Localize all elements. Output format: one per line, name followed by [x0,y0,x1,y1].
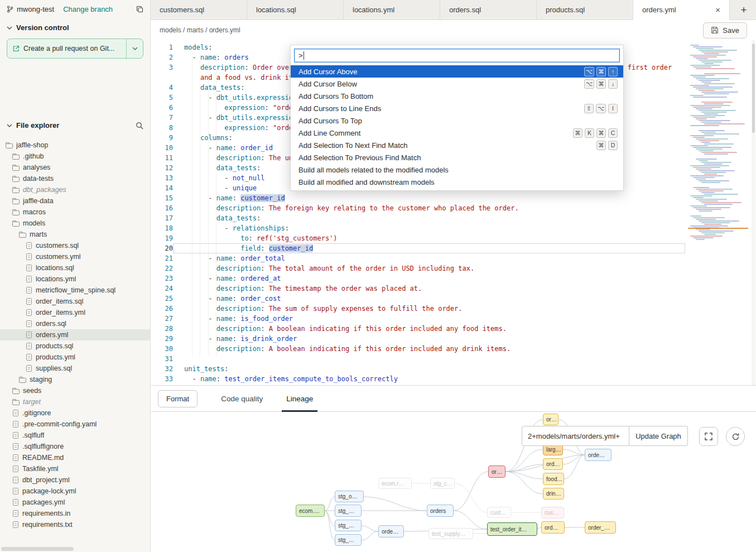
lineage-node[interactable]: test_order_it… [487,522,537,536]
lineage-node[interactable]: order_… [585,521,616,534]
file-tree-item[interactable]: marts [0,229,150,240]
lineage-canvas[interactable]: or…orde…larg…ord…food…drin…or…ecom.r…stg… [151,412,756,552]
command-item[interactable]: Add Line Comment⌘K⌘C [291,127,623,139]
format-button[interactable]: Format [158,390,198,407]
lineage-node[interactable]: or… [488,465,505,478]
file-tree-item[interactable]: products.sql [0,340,150,352]
command-item[interactable]: Add Cursor Above⌥⌘↑ [291,65,623,78]
code-line[interactable]: 19 to: ref('stg_customers') [151,233,685,243]
fullscreen-button[interactable] [699,427,718,446]
file-tree-item[interactable]: package-lock.yml [0,486,150,497]
file-tree-item[interactable]: locations.sql [0,262,150,273]
save-button[interactable]: Save [703,22,747,39]
code-line[interactable]: 29 - name: is_drink_order [151,334,685,344]
code-line[interactable]: 16 description: The foreign key relating… [151,203,685,213]
file-tree-item[interactable]: seeds [0,385,150,396]
lineage-node[interactable]: orde… [585,449,611,461]
minimap[interactable] [688,45,748,357]
file-tree-item[interactable]: data-tests [0,173,150,184]
file-tree-item[interactable]: order_items.yml [0,307,150,318]
section-header-file-explorer[interactable]: File explorer [0,114,150,133]
lineage-node[interactable]: cus… [541,507,564,519]
code-line[interactable]: 17 data_tests: [151,213,685,223]
file-tree-item[interactable]: README.md [0,452,150,463]
command-item[interactable]: Add Cursors To Top [291,114,623,127]
code-line[interactable]: 28 description: A boolean indicating if … [151,324,685,334]
file-tree-item[interactable]: requirements.in [0,508,150,519]
lineage-node[interactable]: stg_… [335,520,362,531]
lineage-node[interactable]: stg_o… [335,491,364,502]
file-tree-item[interactable]: models [0,218,150,229]
code-line[interactable]: 32unit_tests: [151,364,685,374]
code-line[interactable]: 25 - name: order_cost [151,294,685,304]
code-line[interactable]: 20 field: customer_id [151,243,685,253]
new-tab-button[interactable]: + [731,0,756,20]
editor-tab[interactable]: locations.yml [344,0,440,20]
editor-tab[interactable]: customers.sql [151,0,247,20]
code-line[interactable]: 30 description: A boolean indicating if … [151,344,685,354]
command-item[interactable]: Build all modified and downstream models [291,176,623,188]
file-tree-item[interactable]: .sqlfluffignore [0,441,150,452]
file-tree-item[interactable]: customers.yml [0,251,150,262]
file-tree-item[interactable]: order_items.sql [0,296,150,307]
change-branch-link[interactable]: Change branch [63,5,113,13]
tab-code-quality[interactable]: Code quality [221,386,263,412]
file-tree-item[interactable]: Taskfile.yml [0,463,150,474]
lineage-node[interactable]: ord… [543,458,563,470]
file-tree-item[interactable]: supplies.sql [0,363,150,374]
file-tree-item[interactable]: jaffle-shop [0,140,150,151]
command-item[interactable]: Build all models related to the modified… [291,164,623,176]
command-input[interactable]: > [294,49,620,63]
lineage-node[interactable]: orde… [378,525,404,537]
file-tree-item[interactable]: target [0,396,150,407]
code-line[interactable]: 24 description: The timestamp the order … [151,284,685,294]
lineage-node[interactable]: food… [543,473,564,485]
create-pr-button[interactable]: Create a pull request on Git... [7,39,126,58]
editor-vscrollbar[interactable] [752,40,755,385]
editor-tab[interactable]: products.sql [537,0,633,20]
code-line[interactable]: 18 - relationships: [151,223,685,233]
code-line[interactable]: 22 description: The total amount of the … [151,263,685,273]
lineage-node[interactable]: stg_… [335,534,362,546]
search-icon[interactable] [136,122,143,129]
file-tree-item[interactable]: .sqlfluff [0,430,150,441]
lineage-node[interactable]: stg_… [335,505,362,517]
lineage-node[interactable]: test_supply… [428,528,473,539]
graph-selector-input[interactable]: 2+models/marts/orders.yml+ [522,426,629,446]
refresh-button[interactable] [726,427,745,446]
file-tree-item[interactable]: macros [0,207,150,218]
editor-tab[interactable]: locations.sql [247,0,344,20]
sidebar-hscrollbar[interactable] [1,547,74,551]
lineage-node[interactable]: ecom.r… [378,478,412,489]
file-tree-item[interactable]: staging [0,374,150,385]
copy-icon[interactable] [136,6,143,13]
file-tree-item[interactable]: requirements.txt [0,519,150,530]
file-tree-item[interactable]: products.yml [0,352,150,363]
code-line[interactable]: 27 - name: is_food_order [151,314,685,324]
file-tree-item[interactable]: jaffle-data [0,195,150,207]
editor-tab[interactable]: orders.yml× [633,0,730,20]
command-item[interactable]: Add Selection To Next Find Match⌘D [291,139,623,151]
file-tree-item[interactable]: analyses [0,162,150,173]
file-tree-item[interactable]: packages.yml [0,497,150,508]
tab-lineage[interactable]: Lineage [286,386,313,412]
editor-tab[interactable]: orders.sql [440,0,537,20]
command-item[interactable]: Add Cursors to Line Ends⇧⌥I [291,102,623,114]
file-tree-item[interactable]: locations.yml [0,273,150,285]
lineage-node[interactable]: or… [543,414,558,425]
section-header-version-control[interactable]: Version control [0,17,150,35]
file-tree-item[interactable]: customers.sql [0,240,150,251]
close-icon[interactable]: × [715,5,720,15]
file-tree-item[interactable]: metricflow_time_spine.sql [0,285,150,296]
file-tree-item[interactable]: dbt_packages [0,184,150,195]
code-line[interactable]: 21 - name: order_total [151,253,685,263]
code-line[interactable]: 33 - name: test_order_items_compute_to_b… [151,374,685,384]
file-tree-item[interactable]: .gitignore [0,407,150,419]
file-tree-item[interactable]: orders.yml [0,329,150,340]
command-item[interactable]: Add Selection To Previous Find Match [291,151,623,164]
file-tree-item[interactable]: dbt_project.yml [0,474,150,486]
lineage-node[interactable]: ecom.… [296,505,325,517]
code-line[interactable]: 26 description: The sum of supply expens… [151,304,685,314]
command-item[interactable]: Add Cursors To Bottom [291,90,623,102]
command-item[interactable]: Add Cursor Below⌥⌘↓ [291,78,623,90]
